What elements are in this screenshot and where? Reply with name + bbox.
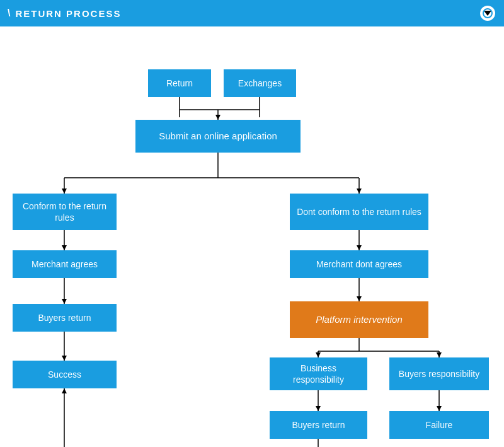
- svg-marker-27: [316, 352, 321, 357]
- buyers-return-right-box: Buyers return: [270, 411, 367, 439]
- svg-marker-29: [437, 352, 442, 357]
- svg-marker-37: [62, 388, 67, 393]
- svg-marker-21: [357, 245, 362, 250]
- buyers-return-left-box: Buyers return: [13, 304, 117, 332]
- svg-marker-17: [62, 299, 67, 304]
- svg-marker-11: [62, 189, 67, 194]
- header-title[interactable]: RETURN PROCESS: [15, 8, 121, 19]
- svg-marker-6: [215, 115, 220, 120]
- return-box: Return: [148, 69, 211, 97]
- merchant-dont-box: Merchant dont agrees: [290, 250, 428, 278]
- failure-box: Failure: [389, 411, 489, 439]
- svg-marker-13: [357, 189, 362, 194]
- svg-marker-33: [437, 406, 442, 411]
- success-box: Success: [13, 361, 117, 388]
- svg-marker-0: [484, 11, 491, 16]
- svg-marker-23: [357, 296, 362, 301]
- dont-conform-box: Dont conform to the return rules: [290, 194, 428, 230]
- exchanges-box: Exchanges: [224, 69, 296, 97]
- svg-marker-15: [62, 245, 67, 250]
- conform-box: Conform to the return rules: [13, 194, 117, 230]
- svg-marker-19: [62, 356, 67, 361]
- header-slash: \: [8, 8, 10, 19]
- page-header: \ RETURN PROCESS: [0, 0, 504, 26]
- filter-icon[interactable]: [479, 4, 496, 22]
- diagram: Return Exchanges Submit an online applic…: [0, 26, 504, 447]
- buyers-resp-box: Buyers responsibility: [389, 357, 489, 390]
- merchant-agrees-box: Merchant agrees: [13, 250, 117, 278]
- submit-box: Submit an online application: [135, 120, 301, 153]
- business-resp-box: Business responsibility: [270, 357, 367, 390]
- platform-box: Platform intervention: [290, 301, 428, 338]
- svg-marker-31: [316, 406, 321, 411]
